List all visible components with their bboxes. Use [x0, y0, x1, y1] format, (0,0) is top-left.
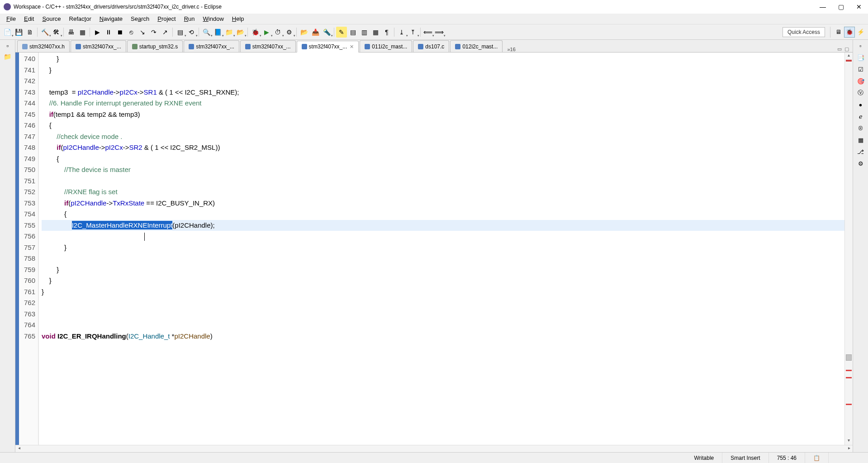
menu-window[interactable]: Window: [199, 14, 228, 23]
menu-run[interactable]: Run: [180, 14, 199, 23]
code-line-754[interactable]: {: [42, 209, 844, 220]
back-button[interactable]: ⟸: [422, 27, 433, 38]
code-line-764[interactable]: [42, 320, 844, 331]
tab-5[interactable]: stm32f407xx_...✕: [297, 41, 359, 53]
external-tools-button[interactable]: ⚙: [284, 27, 294, 38]
scroll-up-icon[interactable]: ▴: [845, 53, 853, 60]
minimize-button[interactable]: —: [817, 3, 828, 10]
close-tab-icon[interactable]: ✕: [350, 44, 354, 50]
code-line-746[interactable]: {: [42, 120, 844, 131]
tab-1[interactable]: stm32f407xx_...: [71, 40, 126, 52]
run-button[interactable]: ▶: [261, 27, 272, 38]
code-line-762[interactable]: [42, 297, 844, 309]
variables-icon[interactable]: ⓥ: [857, 89, 865, 97]
code-line-745[interactable]: if(temp1 && temp2 && temp3): [42, 109, 844, 120]
code-line-761[interactable]: }: [42, 286, 844, 298]
step-return-button[interactable]: ↗: [160, 27, 171, 38]
horizontal-scrollbar[interactable]: ◂ ▸: [15, 445, 853, 452]
task-list-icon[interactable]: ☑: [857, 65, 865, 73]
scroll-right-icon[interactable]: ▸: [845, 445, 853, 452]
new-project-button[interactable]: 📁: [223, 27, 234, 38]
code-line-758[interactable]: [42, 253, 844, 264]
code-line-756[interactable]: [42, 231, 844, 242]
build-button[interactable]: 🔨: [39, 27, 50, 38]
perspective-cpp[interactable]: 🖥: [833, 27, 844, 38]
print-button[interactable]: 🖶: [66, 27, 76, 38]
build-targets-icon[interactable]: 🎯: [857, 77, 865, 85]
minimize-view-icon[interactable]: ▭: [837, 46, 842, 52]
restore-right-icon[interactable]: ▫: [857, 42, 865, 50]
menu-refactor[interactable]: Refactor: [66, 14, 95, 23]
step-over-button[interactable]: ↷: [148, 27, 159, 38]
instruction-step-button[interactable]: ▤: [175, 27, 185, 38]
debug-button[interactable]: 🐞: [250, 27, 261, 38]
code-line-751[interactable]: [42, 176, 844, 187]
breakpoints-icon[interactable]: ●: [857, 100, 865, 109]
menu-help[interactable]: Help: [228, 14, 248, 23]
code-line-740[interactable]: }: [42, 53, 844, 65]
resume-button[interactable]: ▶: [92, 27, 103, 38]
new-class-button[interactable]: 📘: [212, 27, 223, 38]
scroll-down-icon[interactable]: ▾: [845, 438, 853, 445]
code-line-741[interactable]: }: [42, 65, 844, 76]
code-line-749[interactable]: {: [42, 153, 844, 165]
code-line-763[interactable]: [42, 309, 844, 320]
build-config-button[interactable]: 🛠: [51, 27, 62, 38]
new-folder-button[interactable]: 📂: [235, 27, 246, 38]
code-line-760[interactable]: }: [42, 275, 844, 286]
next-annotation-button[interactable]: ⤓: [396, 27, 407, 38]
tab-0[interactable]: stm32f407xx.h: [17, 40, 70, 52]
code-line-757[interactable]: }: [42, 242, 844, 253]
registers-icon[interactable]: ®: [857, 124, 865, 132]
open-folder-button[interactable]: 📂: [299, 27, 309, 38]
menu-source[interactable]: Source: [38, 14, 64, 23]
search-button[interactable]: 🔦: [321, 27, 332, 38]
tab-2[interactable]: startup_stm32.s: [127, 40, 183, 52]
outline-icon[interactable]: 📑: [857, 53, 865, 62]
expressions-icon[interactable]: ℯ: [857, 112, 865, 120]
code-line-752[interactable]: //RXNE flag is set: [42, 186, 844, 198]
code-line-747[interactable]: //check device mode .: [42, 131, 844, 143]
quick-access[interactable]: Quick Access: [783, 27, 825, 37]
code-line-755[interactable]: I2C_MasterHandleRXNEInterrupt(pI2CHandle…: [42, 220, 844, 231]
suspend-button[interactable]: ⏸: [103, 27, 114, 38]
disassembly-icon[interactable]: ⎇: [857, 148, 865, 156]
tab-4[interactable]: stm32f407xx_...: [240, 40, 296, 52]
editor[interactable]: 7407417427437447457467477487497507517527…: [15, 53, 853, 445]
profile-button[interactable]: ⏱: [272, 27, 283, 38]
code-line-765[interactable]: void I2C_ER_IRQHandling(I2C_Handle_t *pI…: [42, 331, 844, 342]
memory-icon[interactable]: ▦: [857, 136, 865, 144]
step-into-button[interactable]: ↘: [137, 27, 148, 38]
menu-edit[interactable]: Edit: [20, 14, 38, 23]
code-line-750[interactable]: //The device is master: [42, 164, 844, 176]
menu-file[interactable]: File: [3, 14, 19, 23]
restore-icon[interactable]: ▫: [4, 42, 12, 50]
toggle-ws-button[interactable]: ¶: [381, 27, 392, 38]
menu-navigate[interactable]: Navigate: [96, 14, 126, 23]
restart-button[interactable]: ⟲: [186, 27, 197, 38]
toggle-block-button[interactable]: ▥: [359, 27, 370, 38]
tab-8[interactable]: 012i2c_mast...: [450, 40, 503, 52]
scroll-left-icon[interactable]: ◂: [15, 445, 23, 452]
tab-7[interactable]: ds107.c: [413, 40, 449, 52]
tabs-overflow[interactable]: »16: [505, 47, 517, 52]
perspective-other[interactable]: ⚡: [855, 27, 866, 38]
open-type-button[interactable]: 🔍: [201, 27, 212, 38]
vertical-scrollbar[interactable]: ▴ ▾: [844, 53, 853, 445]
save-button[interactable]: 💾: [13, 27, 24, 38]
maximize-view-icon[interactable]: ▢: [844, 46, 849, 52]
code-line-753[interactable]: if(pI2CHandle->TxRxState == I2C_BUSY_IN_…: [42, 198, 844, 209]
code-line-742[interactable]: [42, 76, 844, 87]
code-line-744[interactable]: //6. Handle For interrupt generated by R…: [42, 98, 844, 109]
toggle-outline-button[interactable]: ▦: [370, 27, 381, 38]
toggle-button[interactable]: ▦: [77, 27, 88, 38]
code-line-759[interactable]: }: [42, 264, 844, 276]
disconnect-button[interactable]: ⎋: [126, 27, 137, 38]
scroll-thumb[interactable]: [846, 354, 852, 361]
toggle-mark-button[interactable]: ✎: [336, 27, 347, 38]
import-button[interactable]: 📥: [310, 27, 321, 38]
prev-annotation-button[interactable]: ⤒: [408, 27, 418, 38]
code-area[interactable]: } } temp3 = pI2CHandle->pI2Cx->SR1 & ( 1…: [39, 53, 844, 445]
toggle-source-button[interactable]: ▤: [347, 27, 358, 38]
code-line-748[interactable]: if(pI2CHandle->pI2Cx->SR2 & ( 1 << I2C_S…: [42, 142, 844, 153]
